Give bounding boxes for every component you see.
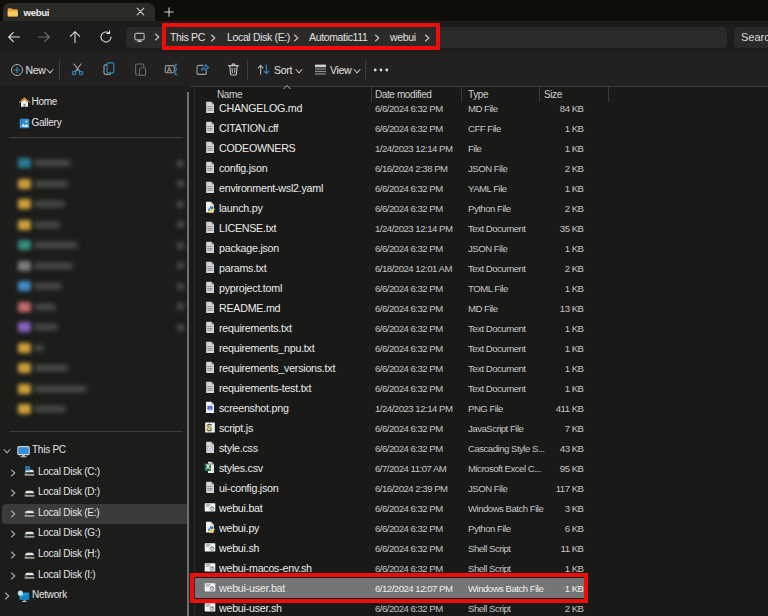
svg-text:S: S [207, 422, 213, 433]
svg-text:A: A [167, 66, 172, 73]
svg-text:X: X [206, 463, 211, 470]
